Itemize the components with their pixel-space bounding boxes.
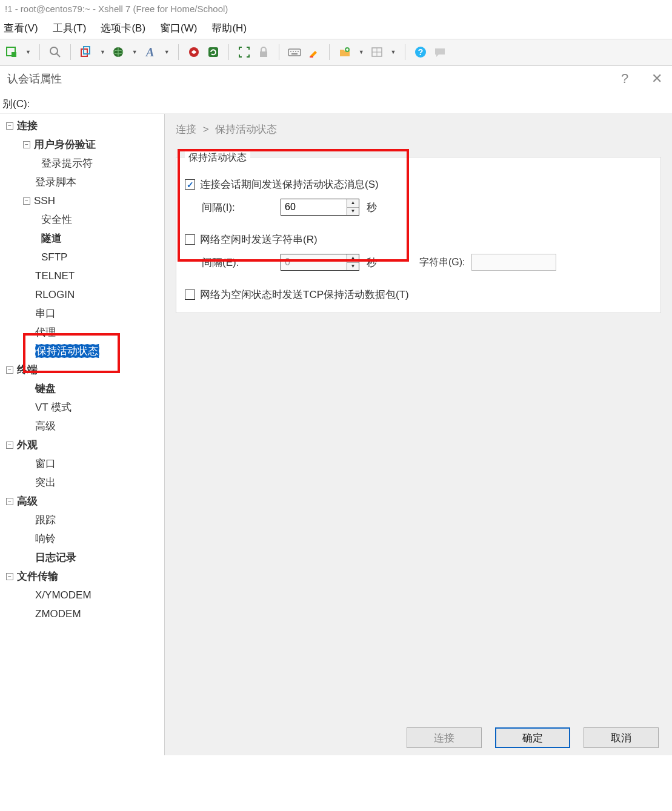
help-icon[interactable]: ? — [414, 45, 427, 59]
svg-point-14 — [290, 51, 291, 52]
tree-item-keepalive[interactable]: 保持活动状态 — [2, 342, 164, 360]
refresh-icon[interactable] — [207, 45, 220, 59]
properties-icon[interactable] — [5, 45, 18, 59]
tree-item-tunnel[interactable]: 隧道 — [2, 229, 164, 248]
menu-window[interactable]: 窗口(W) — [160, 21, 197, 35]
lock-icon[interactable] — [257, 45, 270, 59]
dropdown-arrow-icon[interactable]: ▼ — [100, 49, 105, 55]
menu-tabs[interactable]: 选项卡(B) — [101, 21, 145, 35]
menu-view[interactable]: 查看(V) — [4, 21, 38, 35]
dropdown-arrow-icon[interactable]: ▼ — [132, 49, 138, 55]
collapse-icon[interactable]: − — [6, 122, 13, 130]
tree-item-xymodem[interactable]: X/YMODEM — [2, 586, 164, 604]
breadcrumb-sep-icon: > — [203, 124, 209, 135]
tree-item-bell[interactable]: 响铃 — [2, 529, 164, 548]
string-input — [471, 254, 556, 271]
window-title: !1 - root@centos79:~ - Xshell 7 (Free fo… — [0, 0, 672, 17]
collapse-icon[interactable]: − — [6, 573, 13, 580]
dropdown-arrow-icon[interactable]: ▼ — [391, 49, 396, 55]
menu-help[interactable]: 帮助(H) — [211, 21, 247, 35]
interval2-spinner: ▲▼ — [281, 254, 359, 271]
tree-item-serial[interactable]: 串口 — [2, 304, 164, 323]
ok-button[interactable]: 确定 — [495, 727, 570, 748]
category-tree[interactable]: −连接 −用户身份验证 登录提示符 登录脚本 −SSH 安全性 隧道 SFTP … — [0, 114, 165, 755]
cancel-button[interactable]: 取消 — [584, 727, 659, 748]
tree-item-file-transfer[interactable]: −文件传输 — [2, 567, 164, 586]
svg-rect-11 — [260, 51, 267, 57]
tree-item-trace[interactable]: 跟踪 — [2, 511, 164, 529]
breadcrumb-keepalive: 保持活动状态 — [215, 124, 277, 135]
tree-item-ssh[interactable]: −SSH — [2, 191, 164, 210]
svg-rect-18 — [291, 53, 298, 55]
tree-item-highlight[interactable]: 突出 — [2, 473, 164, 492]
keyboard-icon[interactable] — [288, 45, 301, 59]
spin-down-icon: ▼ — [347, 263, 359, 271]
collapse-icon[interactable]: − — [6, 366, 13, 374]
highlighter-icon[interactable] — [307, 45, 321, 59]
swirl-icon[interactable] — [187, 45, 201, 59]
dialog-header: 认会话属性 ? ✕ — [0, 65, 672, 91]
svg-point-15 — [293, 51, 294, 52]
fullscreen-icon[interactable] — [238, 45, 251, 59]
tree-item-advanced-term[interactable]: 高级 — [2, 417, 164, 435]
separator-icon — [39, 44, 40, 60]
category-label: 别(C): — [0, 91, 672, 113]
tree-item-logging[interactable]: 日志记录 — [2, 548, 164, 567]
chat-icon[interactable] — [433, 45, 447, 59]
send-string-checkbox[interactable] — [185, 234, 195, 245]
send-keepalive-checkbox[interactable] — [185, 179, 195, 190]
svg-text:?: ? — [418, 47, 423, 57]
dropdown-arrow-icon[interactable]: ▼ — [359, 49, 364, 55]
search-icon[interactable] — [48, 45, 62, 59]
tree-item-login-prompt[interactable]: 登录提示符 — [2, 154, 164, 173]
tcp-keepalive-row[interactable]: 网络为空闲状态时发送TCP保持活动数据包(T) — [185, 288, 652, 302]
svg-line-3 — [56, 53, 60, 57]
tree-item-keyboard[interactable]: 键盘 — [2, 379, 164, 398]
dropdown-arrow-icon[interactable]: ▼ — [25, 49, 31, 55]
send-keepalive-row[interactable]: 连接会话期间发送保持活动状态消息(S) — [185, 177, 652, 191]
tree-item-security[interactable]: 安全性 — [2, 210, 164, 229]
tcp-keepalive-checkbox[interactable] — [185, 290, 195, 300]
collapse-icon[interactable]: − — [23, 197, 30, 205]
connect-button[interactable]: 连接 — [407, 727, 482, 748]
separator-icon — [279, 44, 279, 60]
globe-icon[interactable] — [111, 45, 125, 59]
tree-item-user-auth[interactable]: −用户身份验证 — [2, 135, 164, 154]
spin-up-icon[interactable]: ▲ — [347, 199, 359, 208]
breadcrumb-connection: 连接 — [176, 124, 196, 135]
tree-item-sftp[interactable]: SFTP — [2, 248, 164, 266]
collapse-icon[interactable]: − — [6, 442, 13, 449]
interval1-unit: 秒 — [367, 200, 377, 214]
tree-item-advanced[interactable]: −高级 — [2, 492, 164, 511]
tree-item-rlogin[interactable]: RLOGIN — [2, 285, 164, 304]
help-button-icon[interactable]: ? — [621, 71, 634, 87]
string-label: 字符串(G): — [419, 256, 465, 269]
interval1-spinner[interactable]: ▲▼ — [281, 199, 359, 216]
layout-icon[interactable] — [370, 45, 384, 59]
tree-item-window[interactable]: 窗口 — [2, 454, 164, 473]
tree-item-appearance[interactable]: −外观 — [2, 435, 164, 454]
send-string-row[interactable]: 网络空闲时发送字符串(R) — [185, 233, 652, 247]
menu-tools[interactable]: 工具(T) — [53, 21, 87, 35]
tree-item-telnet[interactable]: TELNET — [2, 266, 164, 285]
copy-icon[interactable] — [79, 45, 93, 59]
tree-item-proxy[interactable]: 代理 — [2, 323, 164, 342]
dialog-title: 认会话属性 — [7, 71, 62, 86]
tree-item-zmodem[interactable]: ZMODEM — [2, 604, 164, 623]
tree-item-terminal[interactable]: −终端 — [2, 360, 164, 379]
close-icon[interactable]: ✕ — [651, 71, 665, 87]
separator-icon — [228, 44, 229, 60]
tree-item-vt-mode[interactable]: VT 模式 — [2, 398, 164, 417]
tree-item-login-script[interactable]: 登录脚本 — [2, 173, 164, 191]
spin-down-icon[interactable]: ▼ — [347, 208, 359, 216]
svg-rect-12 — [288, 49, 301, 56]
collapse-icon[interactable]: − — [6, 498, 13, 505]
new-folder-icon[interactable] — [338, 45, 351, 59]
keepalive-panel: 保持活动状态 连接会话期间发送保持活动状态消息(S) 间隔(I): ▲▼ 秒 网… — [176, 157, 661, 313]
tree-item-connection[interactable]: −连接 — [2, 116, 164, 135]
collapse-icon[interactable]: − — [23, 141, 30, 148]
font-icon[interactable]: A — [144, 45, 157, 59]
interval1-input[interactable] — [281, 199, 347, 215]
dropdown-arrow-icon[interactable]: ▼ — [164, 49, 170, 55]
separator-icon — [178, 44, 179, 60]
